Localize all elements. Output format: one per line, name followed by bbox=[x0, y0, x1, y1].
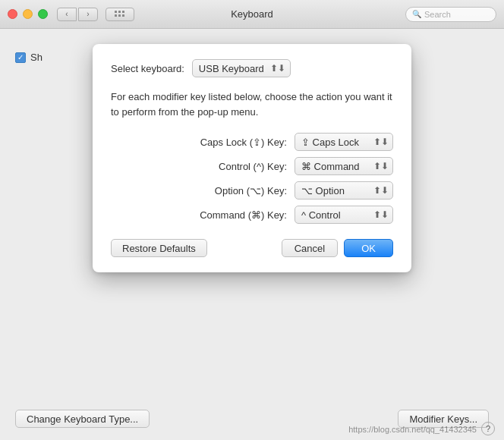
minimize-button[interactable] bbox=[23, 9, 33, 19]
show-label: Sh bbox=[30, 52, 43, 63]
window-title: Keyboard bbox=[231, 8, 273, 20]
dialog-description: For each modifier key listed below, choo… bbox=[111, 90, 393, 119]
control-chevron-icon: ⬆︎⬇︎ bbox=[373, 161, 389, 171]
search-icon: 🔍 bbox=[412, 10, 421, 18]
caps-lock-dropdown[interactable]: ⇪ Caps Lock ⬆︎⬇︎ bbox=[295, 133, 393, 151]
restore-defaults-button[interactable]: Restore Defaults bbox=[111, 239, 207, 257]
chevron-updown-icon: ⬆︎⬇︎ bbox=[270, 63, 285, 74]
keyboard-dropdown[interactable]: USB Keyboard ⬆︎⬇︎ bbox=[192, 59, 291, 77]
show-checkbox[interactable] bbox=[15, 52, 26, 63]
select-keyboard-row: Select keyboard: USB Keyboard ⬆︎⬇︎ bbox=[111, 59, 393, 77]
option-label: Option (⌥) Key: bbox=[165, 185, 287, 196]
control-dropdown[interactable]: ⌘ Command ⬆︎⬇︎ bbox=[295, 157, 393, 175]
app-grid-button[interactable] bbox=[106, 8, 134, 21]
maximize-button[interactable] bbox=[38, 9, 48, 19]
select-keyboard-label: Select keyboard: bbox=[111, 63, 184, 74]
command-row: Command (⌘) Key: ^ Control ⬆︎⬇︎ bbox=[111, 206, 393, 224]
command-chevron-icon: ⬆︎⬇︎ bbox=[373, 209, 389, 220]
cancel-button[interactable]: Cancel bbox=[282, 239, 338, 257]
dialog-right-buttons: Cancel OK bbox=[282, 239, 393, 257]
modifier-rows: Caps Lock (⇪) Key: ⇪ Caps Lock ⬆︎⬇︎ Cont… bbox=[111, 133, 393, 224]
dialog-buttons: Restore Defaults Cancel OK bbox=[111, 239, 393, 257]
caps-lock-chevron-icon: ⬆︎⬇︎ bbox=[373, 137, 389, 147]
main-content: Sh Select keyboard: USB Keyboard ⬆︎⬇︎ Fo… bbox=[0, 29, 504, 440]
option-chevron-icon: ⬆︎⬇︎ bbox=[373, 185, 389, 196]
traffic-lights bbox=[8, 9, 48, 19]
keyboard-dropdown-value: USB Keyboard bbox=[199, 63, 267, 74]
option-dropdown[interactable]: ⌥ Option ⬆︎⬇︎ bbox=[295, 181, 393, 200]
option-value: ⌥ Option bbox=[301, 185, 370, 196]
option-row: Option (⌥) Key: ⌥ Option ⬆︎⬇︎ bbox=[111, 181, 393, 200]
grid-icon bbox=[115, 11, 125, 17]
forward-button[interactable]: › bbox=[78, 8, 98, 21]
control-value: ⌘ Command bbox=[301, 161, 370, 172]
control-label: Control (^) Key: bbox=[165, 161, 287, 172]
caps-lock-value: ⇪ Caps Lock bbox=[301, 137, 370, 148]
back-button[interactable]: ‹ bbox=[57, 8, 77, 21]
modifier-keys-dialog: Select keyboard: USB Keyboard ⬆︎⬇︎ For e… bbox=[93, 44, 411, 272]
command-dropdown[interactable]: ^ Control ⬆︎⬇︎ bbox=[295, 206, 393, 224]
caps-lock-label: Caps Lock (⇪) Key: bbox=[165, 137, 287, 148]
background-checkbox-area: Sh bbox=[15, 52, 43, 63]
close-button[interactable] bbox=[8, 9, 17, 19]
command-label: Command (⌘) Key: bbox=[165, 209, 287, 221]
titlebar: ‹ › Keyboard 🔍 Search bbox=[0, 0, 504, 29]
nav-buttons: ‹ › bbox=[57, 8, 98, 21]
change-keyboard-type-button[interactable]: Change Keyboard Type... bbox=[15, 410, 150, 428]
caps-lock-row: Caps Lock (⇪) Key: ⇪ Caps Lock ⬆︎⬇︎ bbox=[111, 133, 393, 151]
help-button[interactable]: ? bbox=[481, 422, 495, 435]
ok-button[interactable]: OK bbox=[344, 239, 393, 257]
control-row: Control (^) Key: ⌘ Command ⬆︎⬇︎ bbox=[111, 157, 393, 175]
search-box[interactable]: 🔍 Search bbox=[405, 7, 496, 22]
watermark: https://blog.csdn.net/qq_41432345 bbox=[348, 425, 477, 434]
command-value: ^ Control bbox=[301, 209, 370, 221]
search-placeholder: Search bbox=[424, 10, 451, 19]
